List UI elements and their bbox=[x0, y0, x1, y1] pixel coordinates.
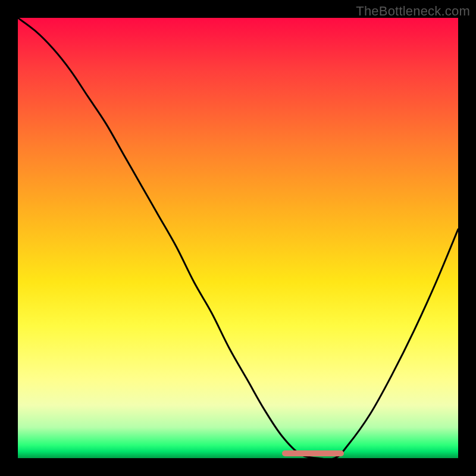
curve-path bbox=[18, 18, 458, 458]
tolerance-bar bbox=[282, 450, 344, 456]
plot-area bbox=[18, 18, 458, 458]
bottleneck-curve bbox=[18, 18, 458, 458]
chart-stage: TheBottleneck.com bbox=[0, 0, 476, 476]
attribution-text: TheBottleneck.com bbox=[356, 4, 470, 19]
